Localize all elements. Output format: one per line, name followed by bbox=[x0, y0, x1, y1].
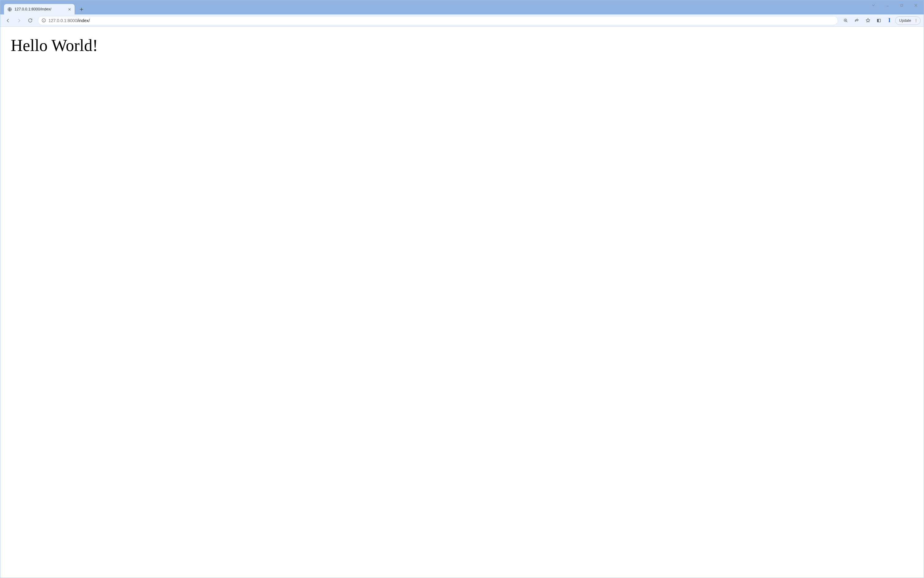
update-button[interactable]: Update bbox=[895, 16, 921, 25]
browser-tab[interactable]: 127.0.0.1:8000/index/ bbox=[4, 4, 74, 15]
forward-button[interactable] bbox=[15, 16, 24, 25]
menu-icon[interactable] bbox=[914, 18, 919, 23]
svg-rect-1 bbox=[901, 4, 903, 6]
tab-close-button[interactable] bbox=[66, 6, 72, 12]
globe-icon bbox=[7, 7, 12, 12]
side-panel-icon[interactable] bbox=[874, 16, 884, 25]
site-info-icon[interactable] bbox=[41, 18, 46, 23]
new-tab-button[interactable] bbox=[77, 5, 86, 13]
reload-button[interactable] bbox=[26, 16, 35, 25]
tab-title: 127.0.0.1:8000/index/ bbox=[15, 7, 64, 11]
share-icon[interactable] bbox=[852, 16, 861, 25]
tabs-dropdown-button[interactable] bbox=[867, 1, 880, 10]
browser-window: 127.0.0.1:8000/index/ bbox=[0, 0, 924, 578]
back-button[interactable] bbox=[3, 16, 13, 25]
url-port: :8000 bbox=[66, 18, 77, 23]
toolbar-right: I Update bbox=[841, 16, 921, 25]
bookmark-icon[interactable] bbox=[863, 16, 872, 25]
extension-glyph: I bbox=[888, 17, 890, 24]
page-viewport: Hello World! bbox=[0, 27, 924, 578]
url-text: 127.0.0.1:8000/index/ bbox=[49, 18, 835, 23]
address-bar[interactable]: 127.0.0.1:8000/index/ bbox=[38, 16, 838, 25]
window-maximize-button[interactable] bbox=[895, 1, 908, 10]
tab-strip: 127.0.0.1:8000/index/ bbox=[0, 0, 924, 15]
svg-point-8 bbox=[916, 21, 916, 22]
toolbar: 127.0.0.1:8000/index/ bbox=[0, 15, 924, 27]
window-close-button[interactable] bbox=[909, 1, 922, 10]
window-minimize-button[interactable] bbox=[881, 1, 894, 10]
extension-icon[interactable]: I bbox=[885, 16, 893, 24]
svg-point-7 bbox=[916, 20, 916, 21]
zoom-icon[interactable] bbox=[841, 16, 850, 25]
svg-rect-5 bbox=[877, 19, 879, 22]
url-host: 127.0.0.1 bbox=[49, 18, 66, 23]
url-path: /index/ bbox=[77, 18, 90, 23]
update-label: Update bbox=[899, 18, 911, 23]
page-heading: Hello World! bbox=[11, 36, 913, 55]
svg-point-6 bbox=[916, 19, 916, 19]
window-controls bbox=[867, 1, 922, 10]
